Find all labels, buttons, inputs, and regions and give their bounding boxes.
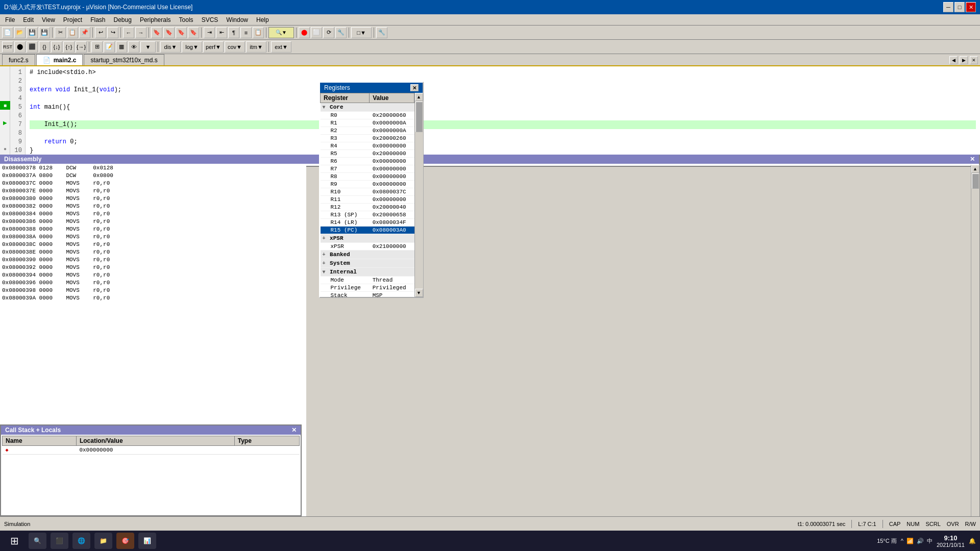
reg-stack[interactable]: Stack MSP	[321, 292, 414, 297]
cut-button[interactable]: ✂	[55, 27, 66, 38]
taskbar-keil[interactable]: 🎯	[116, 533, 134, 549]
disassembly-close[interactable]: ✕	[970, 156, 975, 163]
reg-r3[interactable]: R3 0x20000260	[321, 135, 414, 142]
reg-group-banked[interactable]: + Banked	[321, 251, 414, 259]
close-button[interactable]: ✕	[966, 2, 976, 12]
watch-btn[interactable]: 👁	[128, 41, 139, 53]
find-btn[interactable]: 🔍▼	[268, 27, 294, 38]
code-content[interactable]: # include<stdio.h> extern void Init_1(vo…	[26, 66, 980, 166]
notification-icon[interactable]: 🔔	[969, 538, 976, 544]
reg-r7[interactable]: R7 0x00000000	[321, 165, 414, 173]
taskbar-taskview[interactable]: ⬛	[51, 533, 68, 549]
save-all-button[interactable]: 💾	[39, 27, 50, 38]
format2-btn[interactable]: ≡	[240, 27, 252, 38]
cmd-win-btn[interactable]: ⊞	[91, 41, 103, 53]
dis-scroll-thumb[interactable]	[972, 173, 979, 189]
menu-svcs[interactable]: SVCS	[199, 15, 222, 24]
dis-win-btn[interactable]: dis▼	[160, 41, 181, 53]
bookmark3-btn[interactable]: 🔖	[176, 27, 187, 38]
reg-scroll-up[interactable]: ▲	[415, 93, 423, 101]
reg-xpsr[interactable]: xPSR 0x21000000	[321, 243, 414, 251]
reg-r2[interactable]: R2 0x0000000A	[321, 127, 414, 135]
nav-back-button[interactable]: ←	[123, 27, 134, 38]
bookmark-btn[interactable]: 🔖	[151, 27, 162, 38]
callstack-content[interactable]: Name Location/Value Type ◆ 0x00000000	[1, 435, 301, 456]
volume-icon[interactable]: 🔊	[917, 538, 924, 544]
inst-trace-btn[interactable]: itm▼	[246, 41, 266, 53]
reg-r15[interactable]: R15 (PC) 0x080003A0	[321, 227, 414, 234]
reg-group-internal[interactable]: ▼ Internal	[321, 268, 414, 277]
reg-r13[interactable]: R13 (SP) 0x20000658	[321, 211, 414, 219]
redo-button[interactable]: ↪	[107, 27, 118, 38]
nav-forward-button[interactable]: →	[135, 27, 146, 38]
extra-btn[interactable]: ext▼	[271, 41, 291, 53]
tools2-btn[interactable]: 🔧	[376, 27, 387, 38]
view1-btn[interactable]: □▼	[351, 27, 372, 38]
callstack-win-btn[interactable]: ▼	[140, 41, 156, 53]
reg-group-xpsr[interactable]: + xPSR	[321, 234, 414, 243]
reg-r12[interactable]: R12 0x20000040	[321, 204, 414, 211]
undo-button[interactable]: ↩	[95, 27, 106, 38]
taskbar-search[interactable]: 🔍	[29, 533, 46, 549]
reg-mode[interactable]: Mode Thread	[321, 277, 414, 284]
debug-stop2-btn[interactable]: ⬛	[27, 41, 38, 53]
copy-button[interactable]: 📋	[67, 27, 78, 38]
format-btn[interactable]: ¶	[228, 27, 239, 38]
reg-r4[interactable]: R4 0x00000000	[321, 142, 414, 150]
debug-step-out-btn[interactable]: {↑}	[63, 41, 75, 53]
dis-scroll-up[interactable]: ▲	[971, 165, 979, 173]
menu-file[interactable]: File	[2, 15, 18, 24]
reg-r0[interactable]: R0 0x20000060	[321, 112, 414, 119]
menu-edit[interactable]: Edit	[20, 15, 37, 24]
taskbar-edge[interactable]: 🌐	[72, 533, 90, 549]
reg-r11[interactable]: R11 0x00000000	[321, 196, 414, 204]
open-button[interactable]: 📂	[14, 27, 26, 38]
reg-r9[interactable]: R9 0x00000000	[321, 181, 414, 188]
reg-r1[interactable]: R1 0x0000000A	[321, 119, 414, 127]
wifi-icon[interactable]: 📶	[906, 538, 914, 544]
registers-close-button[interactable]: ✕	[410, 84, 419, 91]
reg-r8[interactable]: R8 0x00000000	[321, 173, 414, 181]
debug-run2-btn[interactable]: ⬤	[14, 41, 26, 53]
build-output-btn[interactable]: 📋	[253, 27, 264, 38]
tab-func2s[interactable]: func2.s	[2, 54, 35, 65]
reg-r14[interactable]: R14 (LR) 0x0800034F	[321, 219, 414, 227]
reg-scroll-down[interactable]: ▼	[415, 289, 423, 297]
tab-close-all[interactable]: ✕	[970, 56, 978, 64]
mem-win-btn[interactable]: ▦	[116, 41, 127, 53]
bookmark2-btn[interactable]: 🔖	[163, 27, 175, 38]
ime-indicator[interactable]: 中	[927, 537, 933, 545]
trace-btn[interactable]: 📝	[104, 41, 115, 53]
perf-btn[interactable]: perf▼	[203, 41, 224, 53]
menu-debug[interactable]: Debug	[111, 15, 135, 24]
tab-startup[interactable]: startup_stm32f10x_md.s	[84, 54, 164, 65]
tab-scroll-right[interactable]: ▶	[960, 56, 968, 64]
reg-scroll-thumb[interactable]	[415, 102, 423, 132]
reg-group-core[interactable]: ▼ Core	[321, 103, 414, 112]
minimize-button[interactable]: ─	[943, 2, 953, 12]
network-icon[interactable]: ^	[901, 538, 903, 544]
maximize-button[interactable]: □	[954, 2, 965, 12]
taskbar-app5[interactable]: 📊	[138, 533, 156, 549]
menu-window[interactable]: Window	[223, 15, 251, 24]
new-button[interactable]: 📄	[2, 27, 13, 38]
code-cov-btn[interactable]: cov▼	[225, 41, 245, 53]
stop-btn[interactable]: ⬜	[311, 27, 322, 38]
rtos-btn[interactable]: 🔧	[335, 27, 347, 38]
paste-button[interactable]: 📌	[79, 27, 90, 38]
taskbar-explorer[interactable]: 📁	[94, 533, 112, 549]
reg-group-system[interactable]: + System	[321, 259, 414, 268]
bookmark4-btn[interactable]: 🔖	[188, 27, 199, 38]
registers-title-bar[interactable]: Registers ✕	[320, 83, 423, 93]
tab-main2c[interactable]: 📄 main2.c	[36, 54, 83, 65]
unindent-btn[interactable]: ⇤	[216, 27, 227, 38]
start-button[interactable]: ⊞	[4, 533, 24, 549]
logic-btn[interactable]: log▼	[182, 41, 202, 53]
reg-r6[interactable]: R6 0x00000000	[321, 158, 414, 165]
reg-privilege[interactable]: Privilege Privileged	[321, 284, 414, 292]
debug-step-over-btn[interactable]: {↓}	[51, 41, 62, 53]
menu-tools[interactable]: Tools	[176, 15, 197, 24]
debug-run-cursor-btn[interactable]: {→}	[76, 41, 87, 53]
reset-btn[interactable]: ⟳	[323, 27, 334, 38]
debug-rst-btn[interactable]: RST	[2, 41, 13, 53]
